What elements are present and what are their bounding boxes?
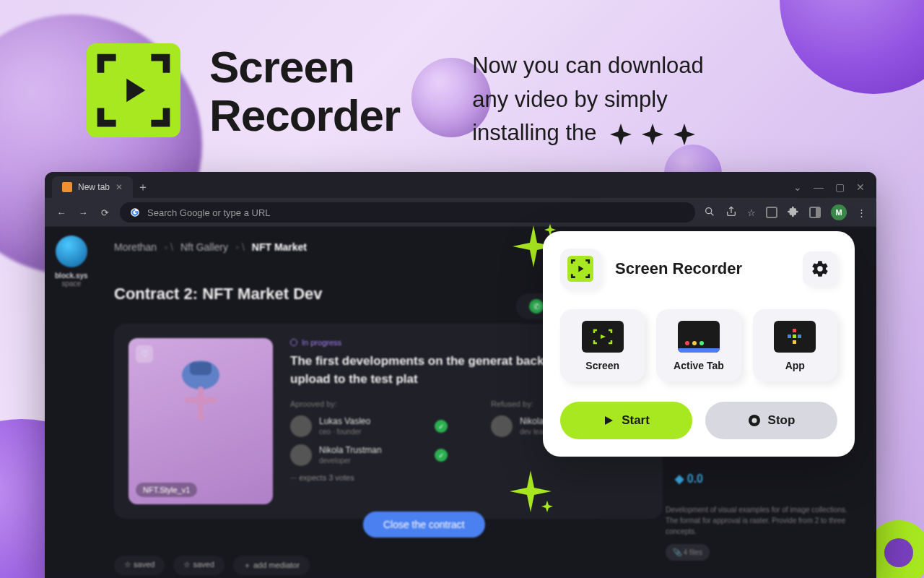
nft-figure-icon: [168, 353, 233, 440]
start-label: Start: [622, 413, 650, 428]
option-app[interactable]: App: [753, 309, 837, 381]
files-badge[interactable]: 📎 4 files: [666, 544, 710, 561]
pill-add-mediator[interactable]: ＋ add mediator: [233, 556, 310, 575]
close-contract-button[interactable]: Close the contract: [363, 512, 485, 538]
status-badge: In progress: [290, 338, 341, 347]
browser-toolbar: ← → ⟳ Search Google or type a URL ☆ M ⋮: [45, 198, 876, 227]
stop-label: Stop: [768, 413, 796, 428]
app-icon: [774, 321, 816, 353]
svg-point-12: [751, 418, 757, 423]
breadcrumb-item[interactable]: Morethan: [114, 241, 157, 253]
stop-button[interactable]: Stop: [705, 402, 837, 439]
stop-icon: [748, 414, 761, 427]
sparkle-icon: [505, 466, 556, 519]
profile-avatar[interactable]: M: [831, 204, 847, 220]
expects-label: ··· expects 3 votes: [290, 473, 448, 482]
option-active-tab[interactable]: Active Tab: [656, 309, 741, 381]
gear-icon: [811, 259, 829, 278]
search-icon[interactable]: [704, 206, 715, 220]
active-tab-icon: [678, 321, 720, 353]
workspace-badge[interactable]: block.sys space: [55, 236, 88, 288]
chevron-right-icon: ◦ \: [235, 241, 245, 253]
avatar-icon: [491, 415, 513, 437]
tab-label: New tab: [78, 182, 110, 192]
popup-actions: Start Stop: [560, 402, 837, 439]
svg-rect-9: [798, 335, 801, 338]
side-note-body: Development of visual examples for of im…: [666, 504, 853, 537]
new-tab-button[interactable]: ＋: [133, 176, 153, 198]
approver[interactable]: Lukas Vasleoceo · founder✓: [290, 415, 448, 437]
extensions-icon[interactable]: [788, 206, 799, 220]
panel-icon[interactable]: [766, 207, 777, 218]
hero-tagline-line: Now you can download: [472, 49, 704, 83]
popup-header: Screen Recorder: [560, 249, 837, 289]
hero-title-line1: Screen: [209, 43, 400, 92]
reload-icon[interactable]: ⟳: [98, 207, 111, 218]
nft-label: NFT.Style_v1: [136, 483, 197, 497]
check-icon: ✓: [435, 449, 448, 462]
browser-tabbar: New tab ✕ ＋ ⌄ ― ▢ ✕: [45, 172, 876, 198]
chevron-down-icon[interactable]: ⌄: [793, 181, 802, 193]
pill-saved[interactable]: ☆ saved: [114, 556, 165, 575]
browser-tab[interactable]: New tab ✕: [52, 176, 133, 198]
person-role: developer: [319, 457, 351, 465]
heart-icon[interactable]: ♡: [136, 345, 153, 363]
hero-title-line2: Recorder: [209, 92, 400, 140]
tag-pills: ☆ saved ☆ saved ＋ add mediator: [114, 556, 310, 575]
hero-tagline-line: installing the: [472, 116, 704, 150]
more-icon[interactable]: ⋮: [857, 207, 866, 218]
breadcrumb-item[interactable]: NFT Market: [252, 241, 307, 253]
phone-icon: ✆: [529, 299, 544, 314]
chevron-right-icon: ◦ \: [164, 241, 173, 253]
avatar-icon: [290, 415, 312, 437]
close-icon[interactable]: ✕: [856, 181, 865, 193]
option-label: Active Tab: [656, 360, 741, 371]
hero-title: Screen Recorder: [209, 43, 400, 140]
screen-recorder-icon: [567, 256, 593, 282]
toolbar-actions: ☆ M ⋮: [704, 204, 866, 220]
svg-rect-10: [793, 340, 796, 344]
option-label: Screen: [560, 360, 645, 371]
url-placeholder: Search Google or type a URL: [147, 207, 271, 218]
svg-rect-6: [793, 329, 796, 332]
popup-title: Screen Recorder: [615, 259, 788, 278]
hero-tagline: Now you can download any video by simply…: [472, 43, 704, 150]
svg-rect-7: [788, 335, 791, 338]
forward-icon[interactable]: →: [77, 207, 90, 218]
workspace-icon: [56, 236, 87, 267]
url-bar[interactable]: Search Google or type a URL: [120, 202, 695, 223]
minimize-icon[interactable]: ―: [814, 181, 824, 193]
record-options: Screen Active Tab App: [560, 309, 837, 381]
person-name: Lukas Vasleo: [319, 416, 370, 426]
hero-logo: [87, 43, 180, 137]
svg-rect-8: [793, 335, 796, 338]
hero: Screen Recorder Now you can download any…: [0, 0, 924, 150]
back-icon[interactable]: ←: [55, 207, 68, 218]
start-button[interactable]: Start: [560, 402, 692, 439]
pill-saved[interactable]: ☆ saved: [173, 556, 224, 575]
option-screen[interactable]: Screen: [560, 309, 645, 381]
side-panel-icon[interactable]: [809, 207, 821, 218]
approved-label: Aprooved by:: [290, 400, 448, 408]
nft-preview[interactable]: NFT.Style_v1 ♡: [128, 338, 273, 504]
tab-close-icon[interactable]: ✕: [116, 182, 123, 192]
check-icon: ✓: [435, 420, 448, 433]
star-icon[interactable]: ☆: [747, 207, 756, 218]
settings-button[interactable]: [803, 251, 837, 286]
hero-tagline-line: any video by simply: [472, 83, 704, 117]
sparkle-icons: [610, 124, 695, 145]
svg-point-2: [706, 207, 712, 213]
option-label: App: [753, 360, 837, 371]
hero-tagline-text: installing the: [472, 120, 596, 145]
side-note-card: Development of visual examples for of im…: [666, 504, 853, 561]
screen-recorder-icon: [87, 43, 180, 137]
breadcrumb-item[interactable]: Nft Gallery: [180, 241, 228, 253]
screen-icon: [582, 321, 624, 353]
workspace-name: block.sys: [55, 272, 88, 280]
maximize-icon[interactable]: ▢: [835, 181, 845, 193]
popup-logo: [560, 249, 601, 289]
google-icon: [130, 207, 140, 217]
share-icon[interactable]: [725, 206, 737, 220]
approver[interactable]: Nikola Trustmandeveloper✓: [290, 444, 448, 466]
person-role: ceo · founder: [319, 428, 361, 436]
